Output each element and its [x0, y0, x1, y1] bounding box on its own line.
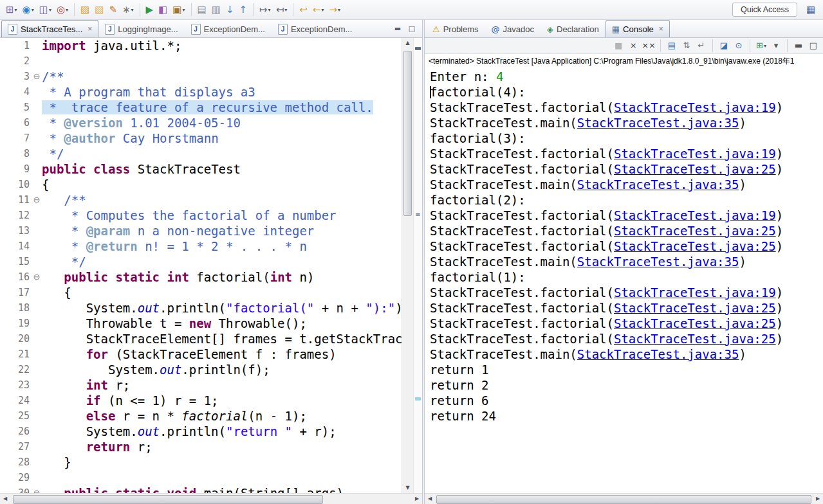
scroll-down-icon[interactable]: ▼ [402, 483, 413, 493]
line-number[interactable]: 20 [0, 331, 32, 346]
line-number[interactable]: 16 [0, 269, 32, 285]
view-tab-javadoc[interactable]: @Javadoc [485, 20, 541, 37]
line-number[interactable]: 13 [0, 223, 32, 239]
remove-all-terminated-button[interactable]: ×× [642, 39, 656, 52]
line-number[interactable]: 27 [0, 439, 32, 455]
console-link[interactable]: StackTraceTest.java:35 [577, 255, 739, 269]
code-text[interactable]: System.out.println("return " + r); [42, 424, 402, 439]
console-link[interactable]: StackTraceTest.java:35 [577, 116, 739, 130]
line-number[interactable]: 19 [0, 316, 32, 331]
console-line[interactable]: StackTraceTest.main(StackTraceTest.java:… [430, 177, 823, 192]
line-number[interactable]: 17 [0, 285, 32, 300]
forward-button[interactable]: →▾ [327, 2, 342, 17]
console-link[interactable]: StackTraceTest.java:25 [614, 239, 776, 253]
console-line[interactable]: factorial(4): [430, 84, 823, 100]
scroll-right-icon[interactable]: ▶ [412, 494, 422, 504]
code-text[interactable]: /** [42, 69, 402, 84]
code-text[interactable]: * trace feature of a recursive method ca… [42, 100, 402, 115]
console-line[interactable]: StackTraceTest.factorial(StackTraceTest.… [430, 161, 823, 177]
code-text[interactable]: * @version 1.01 2004-05-10 [42, 115, 402, 130]
console-line[interactable]: return 6 [430, 393, 823, 408]
line-number[interactable]: 2 [0, 53, 32, 69]
line-number[interactable]: 24 [0, 393, 32, 408]
overview-mark[interactable] [415, 47, 421, 50]
console-line[interactable]: StackTraceTest.factorial(StackTraceTest.… [430, 300, 823, 316]
editor-tab[interactable]: JExceptionDem... [272, 20, 358, 37]
fold-toggle[interactable]: ⊖ [32, 485, 42, 493]
console-link[interactable]: StackTraceTest.java:19 [614, 147, 776, 161]
line-number[interactable]: 30 [0, 485, 32, 493]
line-number[interactable]: 21 [0, 346, 32, 362]
overview-ruler[interactable]: ≡ [413, 38, 422, 493]
editor-vertical-scrollbar[interactable]: ▲ ▼ [402, 38, 413, 493]
editor-tab[interactable]: JExceptionDem... [185, 20, 272, 37]
prev-annotation-button[interactable]: ↤▾ [274, 2, 290, 17]
line-number[interactable]: 26 [0, 424, 32, 439]
minimize-editor-button[interactable]: ▬ [393, 24, 403, 34]
console-output[interactable]: Enter n: 4factorial(4):StackTraceTest.fa… [425, 69, 823, 493]
code-text[interactable]: import java.util.*; [42, 38, 402, 53]
console-line[interactable]: StackTraceTest.factorial(StackTraceTest.… [430, 239, 823, 254]
console-link[interactable]: StackTraceTest.java:19 [614, 285, 776, 300]
console-link[interactable]: StackTraceTest.java:25 [614, 316, 776, 330]
console-line[interactable]: StackTraceTest.factorial(StackTraceTest.… [430, 223, 823, 239]
range-indicator-icon[interactable]: ≡ [414, 211, 422, 218]
code-text[interactable]: public class StackTraceTest [42, 161, 402, 177]
console-line[interactable]: return 2 [430, 377, 823, 393]
editor-tab[interactable]: JStackTraceTes...× [1, 20, 98, 37]
new-package-button[interactable]: ▣▾ [171, 2, 187, 17]
magic-wand-button[interactable]: ∗▾ [120, 2, 136, 17]
show-console-on-stdout-button[interactable]: ◪ [717, 39, 730, 52]
code-text[interactable]: * Computes the factorial of a number [42, 208, 402, 223]
open-console-button[interactable]: ⊞▾ [755, 39, 768, 52]
code-text[interactable]: int r; [42, 377, 402, 393]
line-number[interactable]: 3 [0, 69, 32, 84]
fold-toggle[interactable]: ⊖ [32, 69, 42, 84]
line-number[interactable]: 7 [0, 130, 32, 146]
line-number[interactable]: 5 [0, 100, 32, 115]
view-tab-console[interactable]: ▦Console× [606, 20, 670, 37]
view-tab-problems[interactable]: ⚠Problems [426, 20, 485, 37]
code-text[interactable]: */ [42, 146, 402, 161]
open-type-button[interactable]: ▧ [93, 2, 106, 17]
code-text[interactable] [42, 53, 402, 69]
external-tools-button[interactable]: ◎▾ [55, 2, 70, 17]
view-tab-declaration[interactable]: ◈Declaration [541, 20, 606, 37]
line-number[interactable]: 14 [0, 239, 32, 254]
paint-button[interactable]: ◧ [156, 2, 169, 17]
console-link[interactable]: StackTraceTest.java:19 [614, 100, 776, 114]
console-line[interactable]: StackTraceTest.main(StackTraceTest.java:… [430, 346, 823, 362]
scroll-up-icon[interactable]: ▲ [402, 38, 413, 48]
console-line[interactable]: StackTraceTest.main(StackTraceTest.java:… [430, 115, 823, 130]
line-number[interactable]: 25 [0, 408, 32, 424]
scroll-left-icon[interactable]: ◀ [0, 494, 10, 504]
view-menu-button[interactable]: ▾ [770, 39, 782, 52]
scroll-lock-button[interactable]: ⇅ [680, 39, 693, 52]
code-text[interactable]: Throwable t = new Throwable(); [42, 316, 402, 331]
java-perspective-button[interactable]: ▦ [802, 2, 819, 17]
line-number[interactable]: 12 [0, 208, 32, 223]
code-text[interactable]: System.out.println("factorial(" + n + ")… [42, 300, 402, 316]
line-number[interactable]: 6 [0, 115, 32, 130]
line-number[interactable]: 9 [0, 161, 32, 177]
code-text[interactable]: */ [42, 254, 402, 269]
next-annotation-button[interactable]: ↦▾ [257, 2, 273, 17]
minimize-view-button[interactable]: ▬ [792, 39, 805, 52]
copy-page-button[interactable]: ▥ [210, 2, 223, 17]
line-number[interactable]: 28 [0, 455, 32, 470]
console-line[interactable]: return 24 [430, 408, 823, 424]
remove-launch-button[interactable]: × [627, 39, 640, 52]
code-text[interactable]: { [42, 285, 402, 300]
line-number[interactable]: 18 [0, 300, 32, 316]
line-number[interactable]: 15 [0, 254, 32, 269]
import-button[interactable]: ↓ [224, 2, 236, 17]
code-text[interactable]: * @author Cay Horstmann [42, 130, 402, 146]
scroll-right-icon[interactable]: ▶ [813, 494, 823, 504]
console-link[interactable]: StackTraceTest.java:25 [614, 332, 776, 346]
console-line[interactable]: StackTraceTest.factorial(StackTraceTest.… [430, 208, 823, 223]
console-line[interactable]: factorial(3): [430, 130, 823, 146]
line-number[interactable]: 22 [0, 362, 32, 377]
code-text[interactable]: /** [42, 192, 402, 208]
clear-console-button[interactable]: ▤ [665, 39, 678, 52]
console-horizontal-scrollbar[interactable]: ◀ ▶ [425, 493, 823, 504]
